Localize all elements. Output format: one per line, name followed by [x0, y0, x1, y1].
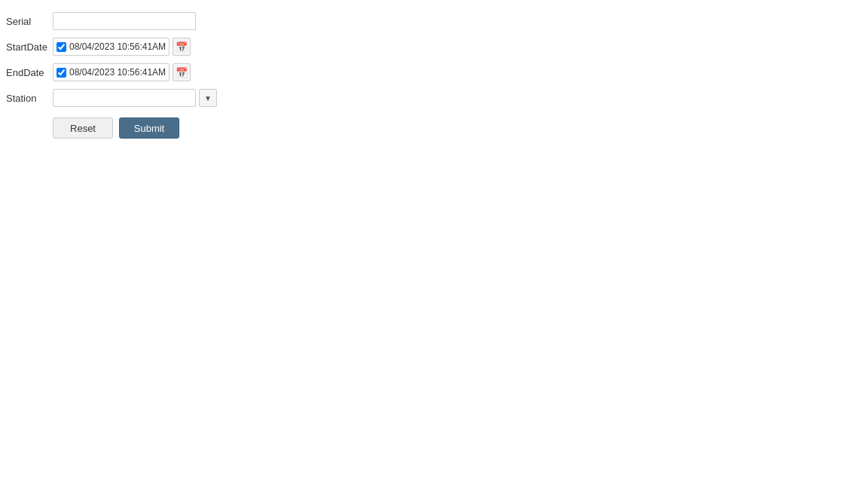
start-date-calendar-button[interactable]: 📅 — [173, 38, 191, 56]
start-date-label: StartDate — [6, 41, 53, 53]
station-input[interactable] — [53, 89, 196, 107]
serial-row: Serial — [6, 12, 868, 30]
station-label: Station — [6, 93, 53, 104]
start-date-calendar-icon: 📅 — [176, 41, 188, 53]
form-container: Serial StartDate 08/04/2023 10:56:41AM 📅… — [0, 0, 868, 139]
submit-button[interactable]: Submit — [119, 117, 179, 139]
end-date-calendar-button[interactable]: 📅 — [173, 63, 191, 81]
station-dropdown-button[interactable]: ▼ — [199, 89, 217, 107]
end-date-label: EndDate — [6, 67, 53, 78]
end-date-wrapper: 08/04/2023 10:56:41AM 📅 — [53, 63, 191, 81]
start-date-input-group: 08/04/2023 10:56:41AM — [53, 38, 170, 56]
end-date-row: EndDate 08/04/2023 10:56:41AM 📅 — [6, 63, 868, 81]
end-date-input-group: 08/04/2023 10:56:41AM — [53, 63, 170, 81]
start-date-value: 08/04/2023 10:56:41AM — [69, 41, 166, 52]
end-date-value: 08/04/2023 10:56:41AM — [69, 67, 166, 78]
reset-button[interactable]: Reset — [53, 117, 113, 139]
start-date-wrapper: 08/04/2023 10:56:41AM 📅 — [53, 38, 191, 56]
start-date-row: StartDate 08/04/2023 10:56:41AM 📅 — [6, 38, 868, 56]
station-dropdown-arrow-icon: ▼ — [204, 94, 212, 102]
serial-label: Serial — [6, 16, 53, 27]
serial-input[interactable] — [53, 12, 196, 30]
end-date-checkbox[interactable] — [57, 68, 66, 78]
station-wrapper: ▼ — [53, 89, 217, 107]
end-date-calendar-icon: 📅 — [176, 67, 188, 78]
button-row: Reset Submit — [53, 117, 868, 139]
start-date-checkbox[interactable] — [57, 42, 66, 52]
station-row: Station ▼ — [6, 89, 868, 107]
